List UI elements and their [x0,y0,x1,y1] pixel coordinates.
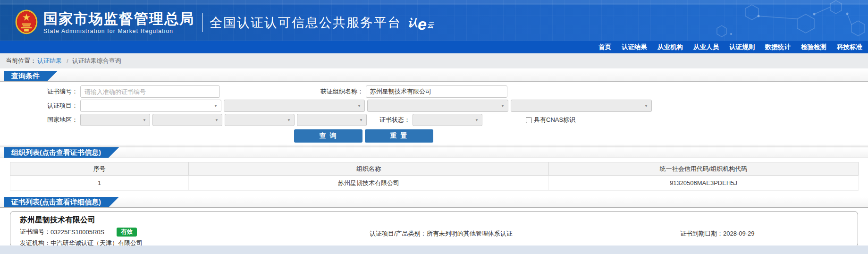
chevron-down-icon: ▼ [359,118,363,122]
nav-item-inspection[interactable]: 检验检测 [801,43,826,51]
card-category: 认证项目/产品类别：所有未列明的其他管理体系认证 [370,229,513,238]
expiry-label: 证书到期日期： [680,230,723,237]
breadcrumb-label: 当前位置： [6,57,36,65]
category-label: 认证项目/产品类别： [370,230,427,237]
card-cert-line: 证书编号： 03225FS10005R0S 有效 [20,228,137,237]
chevron-down-icon: ▼ [143,118,146,122]
page: 国家市场监督管理总局 State Administration for Mark… [0,0,868,254]
chevron-down-icon: ▼ [214,104,218,108]
org-name-label: 获证组织名称： [220,87,363,96]
region-select-3[interactable]: ▼ [225,114,295,126]
project-select-3[interactable]: ▼ [367,100,508,112]
breadcrumb-separator: / [67,58,68,65]
cert-list-header: 证书列表(点击查看详细信息) [0,197,868,208]
site-header: 国家市场监督管理总局 State Administration for Mark… [0,0,868,41]
project-select-1[interactable]: ▼ [80,100,221,112]
chevron-down-icon: ▼ [357,104,361,108]
region-label: 国家地区： [0,116,78,124]
category-value: 所有未列明的其他管理体系认证 [427,230,513,237]
footer-strip [0,246,868,254]
col-header-index: 序号 [10,162,189,176]
breadcrumb: 当前位置： 认证结果 / 认证结果综合查询 [0,53,868,68]
chevron-down-icon: ▼ [215,118,219,122]
breadcrumb-current: 认证结果综合查询 [72,57,121,65]
logo-e: e [418,17,427,31]
project-select-4[interactable]: ▼ [511,100,652,112]
cert-no-value: 03225FS10005R0S [51,229,104,236]
agency-titles: 国家市场监督管理总局 State Administration for Mark… [43,11,194,34]
nav-item-statistics[interactable]: 数据统计 [765,43,791,51]
brand-area: 国家市场监督管理总局 State Administration for Mark… [0,5,434,41]
status-badge: 有效 [117,228,137,237]
region-select-1[interactable]: ▼ [80,114,150,126]
renyiyun-logo: 认 e 云 [408,16,434,30]
button-row: 查 询 重 置 [294,129,868,143]
query-panel-header: 查询条件 [0,68,868,82]
cert-list-title: 证书列表(点击查看详细信息) [4,197,119,207]
cnas-checkbox-label: 具有CNAS标识 [534,116,575,124]
cnas-checkbox[interactable] [526,117,532,123]
table-row[interactable]: 1 苏州星韧技术有限公司 91320506MAE3PDEH5J [10,176,859,191]
query-form: 证书编号： 获证组织名称： 认证项目： ▼ ▼ ▼ ▼ 国家地区： ▼ ▼ ▼ … [0,82,868,143]
cert-no-label: 证书编号： [0,87,78,96]
nav-item-home[interactable]: 首页 [598,43,611,51]
org-table-header-row: 序号 组织名称 统一社会信用代码/组织机构代码 [10,162,859,176]
card-expiry: 证书到期日期：2028-09-29 [680,229,755,238]
form-row-3: 国家地区： ▼ ▼ ▼ ▼ 证书状态： ▼ 具有CNAS标识 [0,114,868,126]
project-select-2[interactable]: ▼ [224,100,365,112]
breadcrumb-section-link[interactable]: 认证结果 [37,57,62,65]
col-header-org-name: 组织名称 [189,162,549,176]
col-header-credit-code: 统一社会信用代码/组织机构代码 [549,162,859,176]
expiry-value: 2028-09-29 [723,230,755,237]
nav-item-cert-rules[interactable]: 认证规则 [729,43,755,51]
header-divider [202,13,203,32]
org-list-header: 组织列表(点击查看证书信息) [0,147,868,158]
org-table: 序号 组织名称 统一社会信用代码/组织机构代码 1 苏州星韧技术有限公司 913… [10,162,859,191]
certificate-card[interactable]: 苏州星韧技术有限公司 证书编号： 03225FS10005R0S 有效 认证项目… [10,211,858,247]
reset-button[interactable]: 重 置 [365,129,433,143]
card-org-name: 苏州星韧技术有限公司 [20,215,95,225]
cell-credit-code: 91320506MAE3PDEH5J [549,176,859,191]
nav-item-agencies[interactable]: 从业机构 [657,43,683,51]
cert-no-input[interactable] [80,85,220,98]
query-panel-title: 查询条件 [4,71,58,81]
agency-title: 国家市场监督管理总局 [43,11,194,26]
platform-title: 全国认证认可信息公共服务平台 [210,14,401,31]
national-emblem-logo [14,9,39,36]
org-list-title: 组织列表(点击查看证书信息) [4,147,119,158]
cell-org-name: 苏州星韧技术有限公司 [189,176,549,191]
nav-item-cert-results[interactable]: 认证结果 [622,43,647,51]
status-label: 证书状态： [367,116,410,124]
form-row-2: 认证项目： ▼ ▼ ▼ ▼ [0,100,868,112]
logo-yun: 云 [427,21,434,30]
status-select[interactable]: ▼ [413,114,482,126]
cell-index: 1 [10,176,189,191]
org-name-input[interactable] [366,85,507,98]
form-row-1: 证书编号： 获证组织名称： [0,85,868,98]
region-select-4[interactable]: ▼ [297,114,367,126]
logo-ren: 认 [408,16,418,30]
nav-item-personnel[interactable]: 从业人员 [693,43,719,51]
cnas-checkbox-group: 具有CNAS标识 [526,116,575,124]
region-select-2[interactable]: ▼ [152,114,222,126]
nav-item-tech-standards[interactable]: 科技标准 [837,43,862,51]
cert-no-field-label: 证书编号： [20,228,51,236]
chevron-down-icon: ▼ [475,118,479,122]
hexagon-decoration [575,0,868,41]
search-button[interactable]: 查 询 [294,129,362,143]
project-label: 认证项目： [0,102,78,110]
agency-subtitle: State Administration for Market Regulati… [43,28,194,34]
main-nav: 首页 认证结果 从业机构 从业人员 认证规则 数据统计 检验检测 科技标准 [0,41,868,53]
chevron-down-icon: ▼ [287,118,291,122]
chevron-down-icon: ▼ [501,104,505,108]
chevron-down-icon: ▼ [644,104,648,108]
